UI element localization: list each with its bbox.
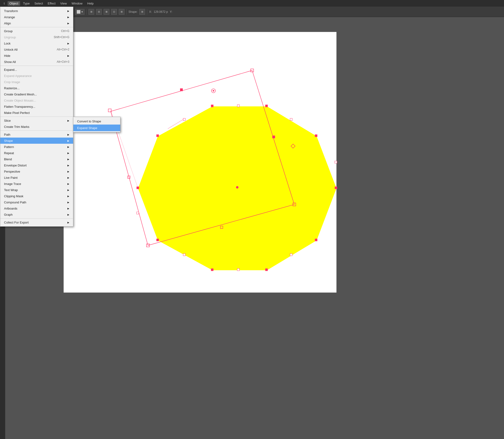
menu-text-wrap-arrow-icon: ▶	[68, 189, 69, 191]
menu-show-all-label: Show All	[4, 60, 16, 64]
svg-rect-6	[108, 109, 111, 112]
svg-line-36	[168, 119, 183, 129]
menu-live-paint[interactable]: Live Paint ▶	[0, 174, 73, 181]
menu-path[interactable]: Path ▶	[0, 131, 73, 138]
menu-live-paint-arrow-icon: ▶	[68, 176, 69, 179]
menu-hide[interactable]: Hide ▶	[0, 53, 73, 59]
menu-blend-arrow-icon: ▶	[68, 158, 69, 160]
svg-rect-12	[220, 226, 223, 229]
menu-perspective-label: Perspective	[4, 170, 20, 173]
menu-expand-label: Expand...	[4, 68, 17, 72]
svg-rect-11	[272, 136, 275, 138]
menu-flatten-transparency-label: Flatten Transparency...	[4, 105, 35, 109]
menu-arrange-arrow-icon: ▶	[68, 16, 69, 18]
menu-pattern[interactable]: Pattern ▶	[0, 144, 73, 150]
svg-rect-7	[251, 69, 254, 72]
menu-collect-for-export[interactable]: Collect For Export ▶	[0, 219, 73, 225]
menu-image-trace[interactable]: Image Trace ▶	[0, 181, 73, 187]
svg-rect-34	[183, 254, 185, 256]
menubar-type[interactable]: Type	[21, 1, 32, 6]
align-btn-3[interactable]: ⊠	[104, 9, 109, 15]
shape-icon-btn[interactable]: ⊞	[139, 9, 145, 15]
menu-lock-arrow-icon: ▶	[68, 42, 69, 45]
menu-create-gradient-mesh[interactable]: Create Gradient Mesh...	[0, 91, 73, 97]
menu-lock[interactable]: Lock ▶	[0, 40, 73, 46]
menu-ungroup-shortcut: Shift+Ctrl+G	[54, 36, 69, 39]
object-menu: Transform ▶ Arrange ▶ Align ▶ Group Ctrl…	[0, 7, 73, 227]
svg-point-24	[236, 186, 238, 188]
menubar-view[interactable]: View	[59, 1, 69, 6]
menu-unlock-all[interactable]: Unlock All Alt+Ctrl+2	[0, 46, 73, 53]
menu-align[interactable]: Align ▶	[0, 20, 73, 26]
svg-rect-16	[265, 105, 268, 107]
menubar-app-icon[interactable]: t	[2, 1, 7, 6]
y-label: Y:	[170, 10, 173, 13]
align-btn-2[interactable]: ⊟	[96, 9, 102, 15]
align-btn-5[interactable]: ⊞	[119, 9, 124, 15]
menu-arrange[interactable]: Arrange ▶	[0, 14, 73, 20]
menu-create-trim-marks[interactable]: Create Trim Marks	[0, 124, 73, 130]
menubar-object[interactable]: Object	[8, 1, 20, 6]
menu-flatten-transparency[interactable]: Flatten Transparency...	[0, 103, 73, 110]
menubar-window[interactable]: Window	[70, 1, 84, 6]
menu-live-paint-label: Live Paint	[4, 176, 18, 180]
x-value: 129.0672 p	[153, 10, 168, 13]
menubar-help[interactable]: Help	[85, 1, 96, 6]
style-dropdown[interactable]: ▾	[75, 9, 84, 15]
menu-create-gradient-mesh-label: Create Gradient Mesh...	[4, 93, 37, 96]
submenu-expand-shape[interactable]: Expand Shape	[73, 124, 120, 131]
menu-make-pixel-perfect-label: Make Pixel Perfect	[4, 111, 30, 115]
menubar-select[interactable]: Select	[32, 1, 45, 6]
menu-repeat[interactable]: Repeat ▶	[0, 150, 73, 156]
shape-submenu: Convert to Shape Expand Shape	[73, 117, 120, 132]
menu-envelope-distort-arrow-icon: ▶	[68, 164, 69, 167]
menu-artboards-arrow-icon: ▶	[68, 207, 69, 210]
svg-rect-9	[146, 244, 150, 247]
align-btn-4[interactable]: ⊡	[111, 9, 117, 15]
menu-blend-label: Blend	[4, 158, 12, 161]
menu-collect-for-export-label: Collect For Export	[4, 221, 29, 224]
svg-line-2	[111, 70, 252, 111]
menu-create-trim-marks-label: Create Trim Marks	[4, 125, 29, 129]
menu-compound-path[interactable]: Compound Path ▶	[0, 199, 73, 205]
svg-rect-29	[237, 105, 239, 107]
menu-crop-image-label: Crop Image	[4, 80, 20, 84]
menu-group[interactable]: Group Ctrl+G	[0, 28, 73, 34]
menu-pattern-arrow-icon: ▶	[68, 146, 69, 148]
menu-transform[interactable]: Transform ▶	[0, 8, 73, 14]
menu-hide-label: Hide	[4, 54, 11, 58]
menu-artboards[interactable]: Artboards ▶	[0, 205, 73, 211]
menu-sep-5	[0, 218, 73, 219]
toolbar-separator-4	[147, 9, 147, 15]
menu-align-label: Align	[4, 22, 11, 25]
menu-expand[interactable]: Expand...	[0, 67, 73, 73]
menu-create-object-mosaic-label: Create Object Mosaic...	[4, 99, 36, 102]
svg-rect-35	[137, 212, 139, 214]
menu-perspective[interactable]: Perspective ▶	[0, 168, 73, 174]
menu-blend[interactable]: Blend ▶	[0, 156, 73, 162]
menu-shape[interactable]: Shape ▶	[0, 138, 73, 144]
menu-slice[interactable]: Slice ▶	[0, 117, 73, 124]
menu-envelope-distort[interactable]: Envelope Distort ▶	[0, 162, 73, 168]
menu-make-pixel-perfect[interactable]: Make Pixel Perfect	[0, 110, 73, 116]
menu-sep-1	[0, 27, 73, 27]
menu-crop-image: Crop Image	[0, 79, 73, 85]
menu-text-wrap[interactable]: Text Wrap ▶	[0, 187, 73, 193]
menu-perspective-arrow-icon: ▶	[68, 170, 69, 173]
menu-pattern-label: Pattern	[4, 145, 14, 149]
menu-graph[interactable]: Graph ▶	[0, 211, 73, 218]
menu-image-trace-arrow-icon: ▶	[68, 183, 69, 185]
x-label: X:	[149, 10, 152, 13]
align-btn-1[interactable]: ⊞	[89, 9, 94, 15]
svg-rect-22	[156, 239, 159, 241]
svg-rect-18	[335, 187, 337, 189]
menu-show-all[interactable]: Show All Alt+Ctrl+3	[0, 59, 73, 65]
svg-point-25	[211, 89, 216, 93]
style-chevron-icon: ▾	[82, 10, 83, 13]
menu-clipping-mask[interactable]: Clipping Mask ▶	[0, 193, 73, 199]
toolbar: Basic ▾ Opacity: 100% ▾ Style: ▾ ⊞ ⊟ ⊠ ⊡…	[0, 7, 504, 17]
submenu-convert-to-shape[interactable]: Convert to Shape	[73, 118, 120, 124]
menu-rasterize[interactable]: Rasterize...	[0, 85, 73, 91]
shape-label: Shape:	[129, 10, 138, 13]
menubar-effect[interactable]: Effect	[46, 1, 58, 6]
